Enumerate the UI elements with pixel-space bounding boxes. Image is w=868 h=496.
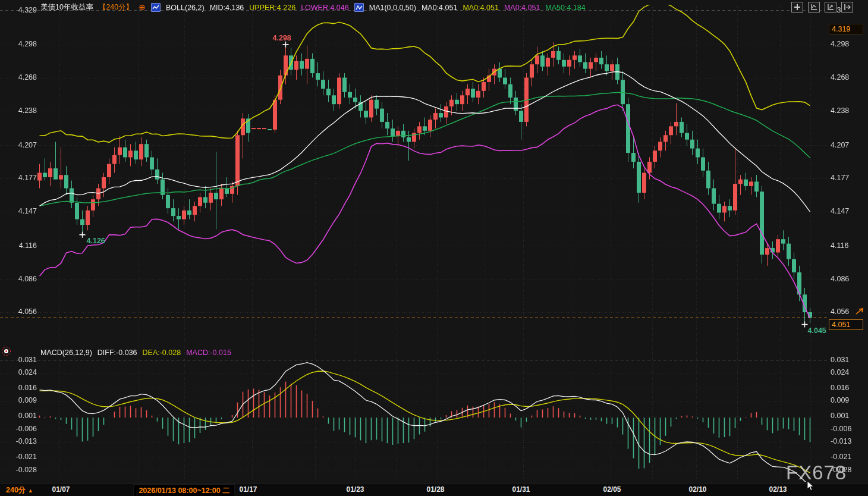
price-axis-label-left: 4.207 — [0, 141, 37, 150]
interval-label[interactable]: 【240分】 — [99, 2, 133, 12]
candlestick-macd-canvas[interactable] — [0, 0, 868, 496]
macd-axis-label-right: -0.006 — [831, 425, 851, 434]
move-tool-icon[interactable] — [791, 2, 803, 12]
macd-axis-label-left: 0.031 — [0, 356, 37, 365]
time-axis-label: 01/31 — [512, 485, 530, 494]
time-axis-label: 01/07 — [52, 485, 70, 494]
price-axis-label-left: 4.056 — [0, 307, 37, 316]
macd-axis-label-left: 0.009 — [0, 396, 37, 405]
time-axis-label: 02/05 — [603, 485, 621, 494]
macd-axis-label-left: -0.013 — [0, 437, 37, 446]
macd-name: MACD(26,12,9) — [40, 349, 92, 357]
price-axis-label-left: 4.116 — [0, 241, 37, 250]
time-axis-label: 01/17 — [239, 485, 257, 494]
ma-name: MA1(0,0,0,50) — [369, 4, 416, 12]
ma0-yellow-value: MA0:4.051 — [463, 4, 498, 12]
price-axis-label-right: 4.147 — [831, 207, 849, 216]
price-axis-label-left: 4.268 — [0, 73, 37, 82]
macd-axis-label-right: 0.031 — [831, 356, 849, 365]
macd-diff-value: DIFF:-0.036 — [98, 349, 137, 357]
chart-window: 美债10年收益率 【240分】 ⊕ BOLL(26,2) MID:4.136 U… — [0, 0, 868, 496]
selected-time-box: 2026/01/13 08:00~12:00 二 — [133, 484, 235, 496]
current-price-tag: 4.051 — [829, 319, 863, 330]
price-axis-label-left: 4.298 — [0, 40, 37, 49]
macd-axis-label-right: 0.009 — [831, 396, 849, 405]
time-axis-label: 01/23 — [346, 485, 364, 494]
instrument-title: 美债10年收益率 — [40, 2, 93, 12]
axis-highlight-upper-tag: 4.319 — [829, 24, 863, 34]
fit-scale-icon[interactable] — [808, 2, 820, 12]
mouse-cursor — [807, 481, 815, 491]
price-axis-label-right: 4.116 — [831, 241, 848, 250]
macd-axis-label-left: 0.016 — [0, 384, 37, 393]
price-axis-label-left: 4.329 — [0, 6, 37, 15]
add-indicator-icon[interactable]: ⊕ — [139, 4, 146, 11]
macd-axis-label-right: -0.013 — [831, 437, 851, 446]
ma-indicator-icon[interactable] — [354, 3, 364, 12]
interval-tag[interactable]: 240分 ▲ — [6, 485, 33, 495]
boll-lower-value: LOWER:4.046 — [301, 4, 349, 12]
time-axis-label: 02/13 — [769, 485, 787, 494]
ma50-value: MA50:4.184 — [545, 4, 585, 12]
axis-scale-icon[interactable] — [825, 2, 836, 12]
boll-upper-value: UPPER:4.226 — [249, 4, 295, 12]
boll-indicator-icon[interactable] — [151, 3, 161, 12]
price-axis-label-right: 4.238 — [831, 106, 849, 115]
price-axis-label-right: 4.056 — [831, 307, 849, 316]
macd-axis-label-left: -0.006 — [0, 425, 37, 434]
macd-indicator-dot-icon[interactable] — [2, 347, 11, 356]
macd-axis-label-left: -0.028 — [0, 466, 37, 475]
latest-price-arrow-icon[interactable] — [855, 306, 864, 316]
price-axis-label-left: 4.086 — [0, 275, 37, 284]
triangle-up-icon: ▲ — [28, 488, 33, 494]
price-axis-label-right: 4.086 — [831, 275, 849, 284]
collapse-panel-icon[interactable] — [841, 2, 853, 12]
price-axis-label-right: 4.177 — [831, 174, 849, 183]
price-axis-label-left: 4.238 — [0, 106, 37, 115]
price-axis-label-left: 4.177 — [0, 174, 37, 183]
chart-toolbar — [791, 2, 853, 12]
macd-legend: MACD(26,12,9) DIFF:-0.036 DEA:-0.028 MAC… — [40, 349, 231, 357]
price-axis-label-right: 4.298 — [831, 40, 849, 49]
macd-dea-value: DEA:-0.028 — [143, 349, 181, 357]
time-axis[interactable]: 240分 ▲ 2026/01/13 08:00~12:00 二 01/0701/… — [0, 483, 868, 496]
ma0-white-value: MA0:4.051 — [422, 4, 457, 12]
macd-axis-label-right: -0.028 — [831, 466, 851, 475]
macd-macd-value: MACD:-0.015 — [186, 349, 231, 357]
price-annotation: 4.126 — [87, 237, 105, 245]
macd-axis-label-right: 0.001 — [831, 412, 849, 420]
price-axis-label-left: 4.147 — [0, 207, 37, 216]
price-annotation: 4.045 — [808, 327, 826, 335]
price-axis-label-right: 4.268 — [831, 73, 849, 82]
boll-name: BOLL(26,2) — [166, 4, 205, 12]
macd-axis-label-right: 0.016 — [831, 384, 849, 393]
ma0-magenta-value: MA0:4.051 — [504, 4, 540, 12]
main-legend: 美债10年收益率 【240分】 ⊕ BOLL(26,2) MID:4.136 U… — [40, 2, 586, 12]
time-axis-label: 01/28 — [426, 485, 444, 494]
macd-axis-label-left: -0.021 — [0, 453, 37, 462]
macd-axis-label-left: 0.024 — [0, 368, 37, 377]
boll-mid-value: MID:4.136 — [210, 4, 244, 12]
macd-axis-label-right: 0.024 — [831, 368, 849, 377]
price-axis-label-right: 4.207 — [831, 141, 849, 150]
time-axis-label: 02/10 — [688, 485, 706, 494]
macd-axis-label-left: 0.001 — [0, 412, 37, 420]
macd-axis-label-right: -0.021 — [831, 453, 851, 462]
price-annotation: 4.298 — [273, 34, 291, 42]
